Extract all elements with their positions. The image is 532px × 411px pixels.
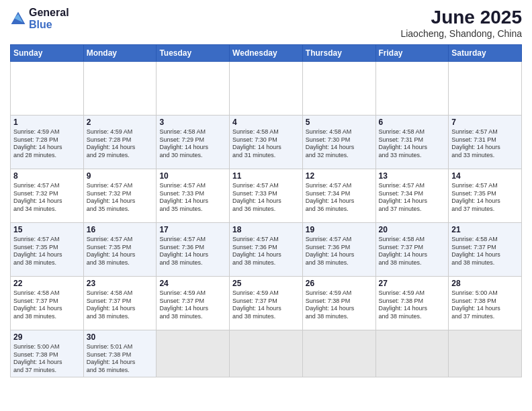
calendar-week-row: 1Sunrise: 4:59 AM Sunset: 7:28 PM Daylig… [11, 116, 522, 169]
day-info: Sunrise: 4:57 AM Sunset: 7:34 PM Dayligh… [379, 182, 446, 214]
calendar-week-row [11, 62, 522, 116]
day-number: 27 [379, 279, 446, 288]
day-number: 25 [232, 279, 300, 288]
calendar-day-cell [449, 62, 522, 116]
day-info: Sunrise: 4:58 AM Sunset: 7:31 PM Dayligh… [379, 128, 446, 160]
day-info: Sunrise: 4:59 AM Sunset: 7:28 PM Dayligh… [13, 128, 81, 160]
day-info: Sunrise: 4:58 AM Sunset: 7:30 PM Dayligh… [232, 128, 300, 160]
day-info: Sunrise: 5:01 AM Sunset: 7:38 PM Dayligh… [87, 343, 154, 375]
calendar-day-cell [83, 62, 157, 116]
calendar-header-row: SundayMondayTuesdayWednesdayThursdayFrid… [11, 45, 522, 62]
calendar-day-cell: 11Sunrise: 4:57 AM Sunset: 7:33 PM Dayli… [230, 169, 303, 223]
calendar-day-cell [157, 62, 230, 116]
header: General Blue June 2025 Liaocheng, Shando… [10, 7, 522, 39]
calendar-day-cell: 22Sunrise: 4:58 AM Sunset: 7:37 PM Dayli… [11, 277, 84, 330]
day-number: 23 [87, 279, 154, 288]
calendar-day-cell [449, 330, 522, 377]
day-info: Sunrise: 4:57 AM Sunset: 7:33 PM Dayligh… [232, 182, 300, 214]
day-number: 12 [306, 171, 373, 181]
day-number: 19 [306, 225, 373, 234]
day-of-week-header: Tuesday [157, 45, 230, 62]
day-of-week-header: Wednesday [230, 45, 303, 62]
calendar-day-cell: 12Sunrise: 4:57 AM Sunset: 7:34 PM Dayli… [302, 169, 375, 223]
calendar-day-cell [302, 330, 375, 377]
day-info: Sunrise: 4:57 AM Sunset: 7:32 PM Dayligh… [87, 182, 154, 214]
day-info: Sunrise: 4:57 AM Sunset: 7:36 PM Dayligh… [306, 236, 373, 267]
day-info: Sunrise: 4:57 AM Sunset: 7:36 PM Dayligh… [159, 236, 226, 267]
day-number: 4 [232, 118, 300, 127]
calendar-day-cell: 8Sunrise: 4:57 AM Sunset: 7:32 PM Daylig… [11, 169, 84, 223]
month-title: June 2025 [400, 7, 522, 28]
day-number: 22 [13, 279, 81, 288]
day-info: Sunrise: 4:58 AM Sunset: 7:37 PM Dayligh… [379, 236, 446, 267]
day-info: Sunrise: 4:59 AM Sunset: 7:28 PM Dayligh… [87, 128, 154, 160]
day-number: 10 [159, 171, 226, 181]
day-info: Sunrise: 4:57 AM Sunset: 7:31 PM Dayligh… [451, 128, 519, 160]
day-number: 18 [232, 225, 300, 234]
day-number: 9 [87, 171, 154, 181]
calendar-day-cell: 3Sunrise: 4:58 AM Sunset: 7:29 PM Daylig… [157, 116, 230, 169]
day-number: 21 [451, 225, 519, 234]
day-info: Sunrise: 4:57 AM Sunset: 7:36 PM Dayligh… [232, 236, 300, 267]
day-number: 2 [87, 118, 154, 127]
day-info: Sunrise: 5:00 AM Sunset: 7:38 PM Dayligh… [13, 343, 81, 375]
day-info: Sunrise: 4:58 AM Sunset: 7:37 PM Dayligh… [13, 289, 81, 321]
day-number: 11 [232, 171, 300, 181]
day-of-week-header: Friday [375, 45, 449, 62]
calendar-day-cell [157, 330, 230, 377]
day-info: Sunrise: 4:58 AM Sunset: 7:37 PM Dayligh… [87, 289, 154, 321]
day-number: 15 [13, 225, 81, 234]
day-of-week-header: Thursday [302, 45, 375, 62]
calendar-day-cell: 6Sunrise: 4:58 AM Sunset: 7:31 PM Daylig… [375, 116, 449, 169]
page: General Blue June 2025 Liaocheng, Shando… [0, 0, 532, 411]
calendar-week-row: 8Sunrise: 4:57 AM Sunset: 7:32 PM Daylig… [11, 169, 522, 223]
day-number: 28 [451, 279, 519, 288]
calendar-day-cell: 19Sunrise: 4:57 AM Sunset: 7:36 PM Dayli… [302, 223, 375, 277]
calendar-day-cell [375, 62, 449, 116]
calendar-day-cell [302, 62, 375, 116]
calendar-day-cell: 29Sunrise: 5:00 AM Sunset: 7:38 PM Dayli… [11, 330, 84, 377]
logo: General Blue [10, 7, 69, 31]
logo-text: General Blue [29, 7, 69, 31]
calendar-day-cell: 16Sunrise: 4:57 AM Sunset: 7:35 PM Dayli… [83, 223, 157, 277]
day-info: Sunrise: 4:59 AM Sunset: 7:37 PM Dayligh… [159, 289, 226, 321]
calendar-day-cell: 2Sunrise: 4:59 AM Sunset: 7:28 PM Daylig… [83, 116, 157, 169]
calendar-day-cell [230, 62, 303, 116]
day-info: Sunrise: 5:00 AM Sunset: 7:38 PM Dayligh… [451, 289, 519, 321]
day-number: 7 [451, 118, 519, 127]
day-number: 6 [379, 118, 446, 127]
calendar-day-cell: 30Sunrise: 5:01 AM Sunset: 7:38 PM Dayli… [83, 330, 157, 377]
calendar-day-cell: 25Sunrise: 4:59 AM Sunset: 7:37 PM Dayli… [230, 277, 303, 330]
day-number: 8 [13, 171, 81, 181]
day-info: Sunrise: 4:57 AM Sunset: 7:32 PM Dayligh… [13, 182, 81, 214]
day-of-week-header: Saturday [449, 45, 522, 62]
day-info: Sunrise: 4:57 AM Sunset: 7:35 PM Dayligh… [451, 182, 519, 214]
day-info: Sunrise: 4:57 AM Sunset: 7:34 PM Dayligh… [306, 182, 373, 214]
calendar-week-row: 22Sunrise: 4:58 AM Sunset: 7:37 PM Dayli… [11, 277, 522, 330]
location: Liaocheng, Shandong, China [400, 28, 522, 39]
day-info: Sunrise: 4:57 AM Sunset: 7:35 PM Dayligh… [13, 236, 81, 267]
calendar-day-cell [375, 330, 449, 377]
day-info: Sunrise: 4:57 AM Sunset: 7:33 PM Dayligh… [159, 182, 226, 214]
day-number: 17 [159, 225, 226, 234]
calendar-day-cell: 13Sunrise: 4:57 AM Sunset: 7:34 PM Dayli… [375, 169, 449, 223]
calendar-day-cell: 15Sunrise: 4:57 AM Sunset: 7:35 PM Dayli… [11, 223, 84, 277]
calendar-day-cell: 24Sunrise: 4:59 AM Sunset: 7:37 PM Dayli… [157, 277, 230, 330]
calendar-day-cell: 1Sunrise: 4:59 AM Sunset: 7:28 PM Daylig… [11, 116, 84, 169]
day-number: 13 [379, 171, 446, 181]
calendar-day-cell: 17Sunrise: 4:57 AM Sunset: 7:36 PM Dayli… [157, 223, 230, 277]
day-number: 16 [87, 225, 154, 234]
calendar-day-cell: 14Sunrise: 4:57 AM Sunset: 7:35 PM Dayli… [449, 169, 522, 223]
day-number: 14 [451, 171, 519, 181]
calendar-day-cell: 4Sunrise: 4:58 AM Sunset: 7:30 PM Daylig… [230, 116, 303, 169]
calendar-day-cell: 21Sunrise: 4:58 AM Sunset: 7:37 PM Dayli… [449, 223, 522, 277]
calendar-day-cell: 20Sunrise: 4:58 AM Sunset: 7:37 PM Dayli… [375, 223, 449, 277]
calendar-day-cell: 10Sunrise: 4:57 AM Sunset: 7:33 PM Dayli… [157, 169, 230, 223]
day-info: Sunrise: 4:59 AM Sunset: 7:38 PM Dayligh… [306, 289, 373, 321]
calendar-day-cell: 7Sunrise: 4:57 AM Sunset: 7:31 PM Daylig… [449, 116, 522, 169]
calendar-week-row: 29Sunrise: 5:00 AM Sunset: 7:38 PM Dayli… [11, 330, 522, 377]
calendar-day-cell: 9Sunrise: 4:57 AM Sunset: 7:32 PM Daylig… [83, 169, 157, 223]
day-number: 24 [159, 279, 226, 288]
day-number: 1 [13, 118, 81, 127]
day-info: Sunrise: 4:59 AM Sunset: 7:37 PM Dayligh… [232, 289, 300, 321]
